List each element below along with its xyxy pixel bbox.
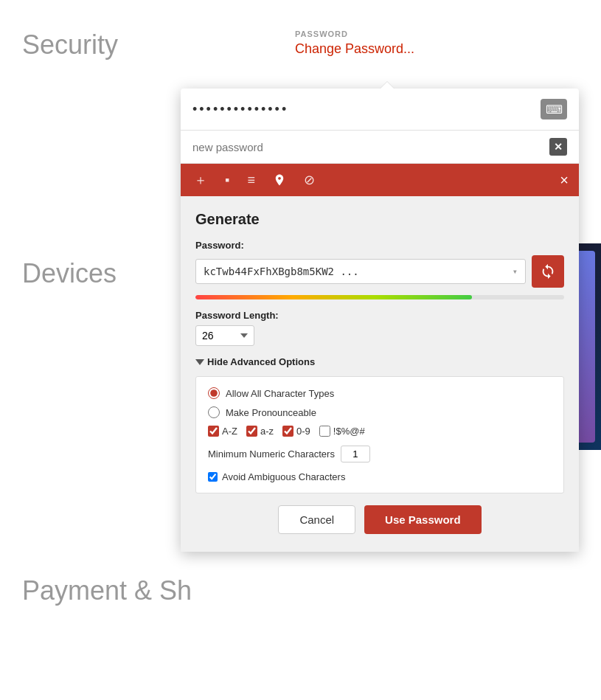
az-upper-checkbox[interactable] <box>208 426 219 437</box>
change-password-link[interactable]: Change Password... <box>295 41 414 56</box>
allow-all-radio-row: Allow All Character Types <box>208 387 552 399</box>
current-password-dots: •••••••••••••• <box>192 102 541 117</box>
location-pin-icon-button[interactable] <box>270 172 289 188</box>
current-password-row: •••••••••••••• ⌨ <box>181 89 579 131</box>
triangle-down-icon <box>195 359 204 365</box>
list-icon-button[interactable]: ≡ <box>244 171 258 190</box>
ban-icon-button[interactable]: ⊘ <box>301 170 318 190</box>
generate-panel: Generate Password: kcTwb44FxFhXBgb8m5KW2… <box>181 196 579 552</box>
generate-toolbar: ＋ ▪ ≡ ⊘ × <box>181 164 579 196</box>
az-lower-label: a-z <box>260 426 274 437</box>
az-upper-label: A-Z <box>222 426 237 437</box>
allow-all-label: Allow All Character Types <box>226 388 334 399</box>
toolbar-icons-group: ＋ ▪ ≡ ⊘ <box>191 170 318 190</box>
action-buttons: Cancel Use Password <box>195 505 564 534</box>
strength-bar <box>195 295 472 299</box>
password-field-row: kcTwb44FxFhXBgb8m5KW2 ... ▾ <box>195 255 564 288</box>
strength-bar-container <box>195 295 564 299</box>
payment-title: Payment & Sh <box>22 575 192 606</box>
digits-checkbox[interactable] <box>282 426 293 437</box>
character-set-checkboxes: A-Z a-z 0-9 !$%@# <box>208 426 552 437</box>
make-pronounceable-radio[interactable] <box>208 406 220 418</box>
advanced-toggle-label: Hide Advanced Options <box>207 356 315 367</box>
allow-all-radio[interactable] <box>208 387 220 399</box>
length-select-row: 26 8 12 16 20 32 <box>195 325 564 346</box>
square-icon-button[interactable]: ▪ <box>222 171 232 190</box>
regenerate-button[interactable] <box>532 255 564 288</box>
add-icon-button[interactable]: ＋ <box>191 170 210 190</box>
digits-checkbox-item: 0-9 <box>282 426 310 437</box>
special-checkbox-item: !$%@# <box>319 426 365 437</box>
avoid-ambiguous-row: Avoid Ambiguous Characters <box>208 471 552 482</box>
new-password-input[interactable] <box>192 141 549 153</box>
password-field-label: Password: <box>195 240 564 251</box>
min-numeric-row: Minimum Numeric Characters <box>208 446 552 462</box>
password-length-label: Password Length: <box>195 310 564 321</box>
min-numeric-input[interactable] <box>341 446 370 462</box>
min-numeric-label: Minimum Numeric Characters <box>208 448 335 460</box>
avoid-ambiguous-checkbox[interactable] <box>208 472 218 482</box>
advanced-options-box: Allow All Character Types Make Pronounce… <box>195 376 564 493</box>
password-value-text: kcTwb44FxFhXBgb8m5KW2 ... <box>204 266 508 277</box>
generate-title: Generate <box>195 211 564 228</box>
advanced-toggle[interactable]: Hide Advanced Options <box>195 356 564 367</box>
az-lower-checkbox[interactable] <box>246 426 257 437</box>
use-password-button[interactable]: Use Password <box>364 505 482 534</box>
keyboard-icon-button[interactable]: ⌨ <box>541 99 567 119</box>
password-section-label: PASSWORD <box>295 30 414 38</box>
cancel-button[interactable]: Cancel <box>278 505 355 534</box>
password-value-box[interactable]: kcTwb44FxFhXBgb8m5KW2 ... ▾ <box>195 259 526 284</box>
make-pronounceable-radio-row: Make Pronounceable <box>208 406 552 418</box>
password-popup: •••••••••••••• ⌨ ✕ ＋ ▪ ≡ ⊘ × Generate Pa… <box>181 89 579 552</box>
make-pronounceable-label: Make Pronounceable <box>226 407 316 418</box>
digits-label: 0-9 <box>296 426 310 437</box>
avoid-ambiguous-label: Avoid Ambiguous Characters <box>222 471 345 482</box>
special-checkbox[interactable] <box>319 426 330 437</box>
dropdown-arrow-icon: ▾ <box>513 266 518 277</box>
new-password-row: ✕ <box>181 131 579 164</box>
az-lower-checkbox-item: a-z <box>246 426 274 437</box>
close-toolbar-button[interactable]: × <box>560 172 569 189</box>
clear-new-password-button[interactable]: ✕ <box>549 138 567 156</box>
length-select[interactable]: 26 8 12 16 20 32 <box>195 325 254 346</box>
devices-title: Devices <box>22 258 117 289</box>
az-upper-checkbox-item: A-Z <box>208 426 237 437</box>
special-label: !$%@# <box>333 426 365 437</box>
